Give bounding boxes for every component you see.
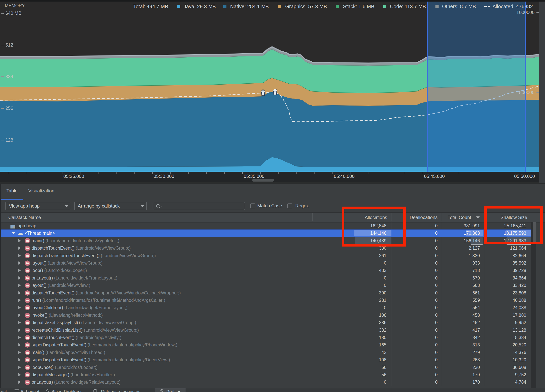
svg-text:Code: 113.7 MB: Code: 113.7 MB: [390, 4, 426, 9]
svg-text:05:25.000: 05:25.000: [63, 174, 84, 179]
svg-text:Allocated: 476882: Allocated: 476882: [492, 4, 533, 9]
svg-text:Total: 494.7 MB: Total: 494.7 MB: [133, 4, 168, 9]
svg-text:Java: 29.3 MB: Java: 29.3 MB: [184, 4, 216, 9]
svg-text:640 MB: 640 MB: [6, 11, 22, 16]
svg-text:256: 256: [6, 106, 13, 111]
svg-text:05:35.000: 05:35.000: [244, 174, 265, 179]
svg-text:128: 128: [6, 137, 13, 143]
svg-text:Others: 8.7 MB: Others: 8.7 MB: [442, 4, 476, 9]
svg-text:384: 384: [6, 74, 13, 79]
svg-text:500000: 500000: [519, 90, 534, 95]
svg-text:05:45.000: 05:45.000: [424, 174, 445, 179]
svg-text:05:40.000: 05:40.000: [334, 174, 355, 179]
svg-text:Graphics: 57.3 MB: Graphics: 57.3 MB: [285, 4, 327, 9]
svg-text:05:50.000: 05:50.000: [514, 174, 535, 179]
svg-text:05:30.000: 05:30.000: [154, 174, 174, 179]
svg-text:512: 512: [6, 42, 13, 48]
svg-text:Native: 284.1 MB: Native: 284.1 MB: [230, 4, 269, 9]
svg-text:MEMORY: MEMORY: [5, 3, 25, 8]
svg-text:Stack: 1.6 MB: Stack: 1.6 MB: [343, 4, 374, 9]
